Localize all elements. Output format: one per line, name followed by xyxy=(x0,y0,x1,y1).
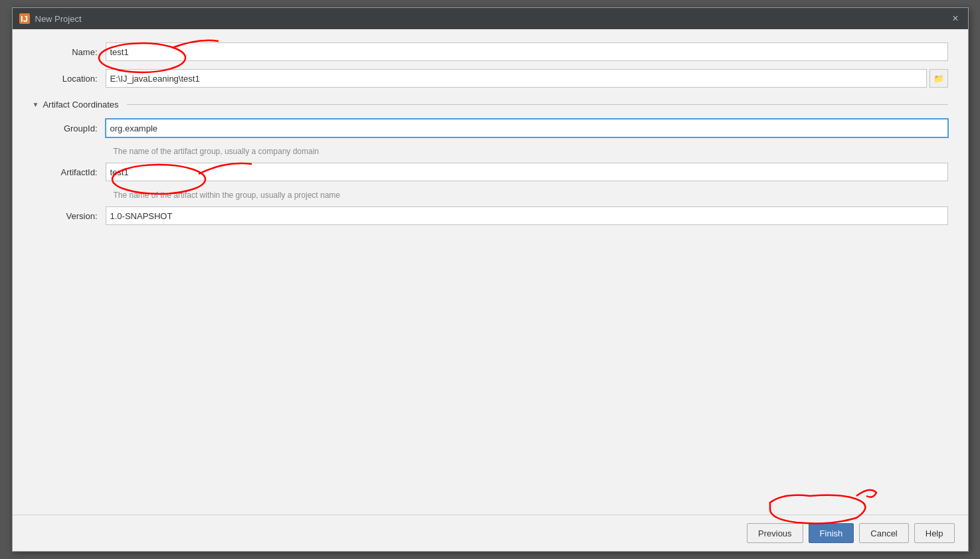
name-input[interactable] xyxy=(106,42,948,61)
location-input[interactable] xyxy=(106,69,927,88)
cancel-button[interactable]: Cancel xyxy=(859,523,908,543)
collapse-icon[interactable]: ▼ xyxy=(33,101,39,108)
title-bar-left: IJ New Project xyxy=(19,13,82,24)
previous-button[interactable]: Previous xyxy=(747,523,803,543)
version-input[interactable] xyxy=(106,206,948,225)
folder-icon: 📁 xyxy=(933,74,944,84)
group-id-row: GroupId: xyxy=(33,119,948,137)
help-button[interactable]: Help xyxy=(914,523,955,543)
close-button[interactable]: × xyxy=(949,12,961,25)
location-input-wrap: 📁 xyxy=(106,69,948,88)
artifact-id-hint: The name of the artifact within the grou… xyxy=(114,191,948,200)
finish-button[interactable]: Finish xyxy=(809,523,854,543)
section-label: Artifact Coordinates xyxy=(43,100,118,110)
group-id-hint: The name of the artifact group, usually … xyxy=(114,147,948,156)
version-label: Version: xyxy=(33,211,106,221)
group-id-label: GroupId: xyxy=(33,123,106,133)
app-icon: IJ xyxy=(19,13,30,24)
title-bar: IJ New Project × xyxy=(13,8,968,29)
dialog-title: New Project xyxy=(35,14,82,24)
artifact-coordinates-section-header: ▼ Artifact Coordinates xyxy=(33,100,948,110)
artifact-id-input[interactable] xyxy=(106,163,948,181)
new-project-dialog: IJ New Project × Name: Location: 📁 ▼ Art… xyxy=(12,7,969,552)
artifact-id-row: ArtifactId: xyxy=(33,163,948,181)
location-label: Location: xyxy=(33,74,106,84)
group-id-input[interactable] xyxy=(106,119,948,137)
browse-folder-button[interactable]: 📁 xyxy=(930,69,948,88)
dialog-footer: Previous Finish Cancel Help xyxy=(13,515,968,551)
artifact-id-label: ArtifactId: xyxy=(33,167,106,177)
section-divider xyxy=(127,104,948,105)
version-row: Version: xyxy=(33,206,948,225)
name-label: Name: xyxy=(33,47,106,57)
dialog-content: Name: Location: 📁 ▼ Artifact Coordinates… xyxy=(13,29,968,515)
name-row: Name: xyxy=(33,42,948,61)
location-row: Location: 📁 xyxy=(33,69,948,88)
